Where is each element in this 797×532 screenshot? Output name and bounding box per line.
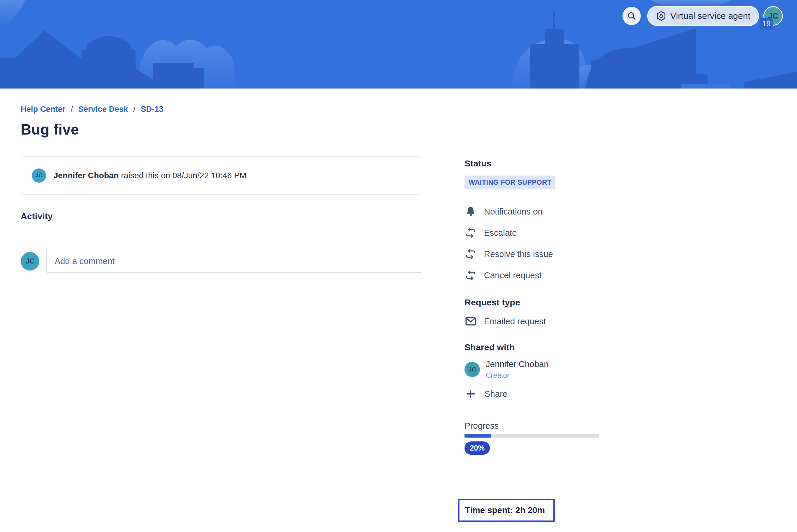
actions-list: Notifications on Escalate (465, 204, 614, 283)
cancel-request-action[interactable]: Cancel request (465, 268, 614, 283)
swap-arrows-icon (465, 270, 477, 281)
escalate-action[interactable]: Escalate (465, 225, 614, 240)
notifications-toggle[interactable]: Notifications on (465, 204, 614, 219)
resolve-issue-label: Resolve this issue (484, 249, 553, 259)
comment-row: JC Add a comment (21, 250, 422, 273)
swap-arrows-icon (465, 227, 477, 239)
requester-card: JC Jennifer Choban raised this on 08/Jun… (21, 156, 422, 195)
cancel-request-label: Cancel request (484, 270, 542, 280)
progress-percent-badge: 20% (465, 441, 490, 455)
shared-person-name: Jennifer Choban (486, 359, 549, 369)
breadcrumb-separator: / (133, 105, 135, 114)
breadcrumb-issue-key[interactable]: SD-13 (141, 105, 164, 114)
virtual-service-agent-button[interactable]: Virtual service agent (647, 6, 759, 26)
virtual-agent-label: Virtual service agent (670, 11, 750, 21)
shared-person-avatar-initials: JC (468, 366, 476, 373)
share-label: Share (485, 389, 507, 399)
banner: Virtual service agent JC 19 (0, 0, 797, 89)
request-type-row: Emailed request (465, 315, 614, 327)
time-spent-text: Time spent: 2h 20m (465, 506, 545, 515)
status-heading: Status (465, 158, 614, 169)
commenter-avatar: JC (21, 252, 39, 270)
swap-arrows-icon (465, 248, 477, 260)
envelope-icon (465, 315, 477, 327)
breadcrumb: Help Center / Service Desk / SD-13 (21, 105, 797, 114)
requester-text: Jennifer Choban raised this on 08/Jun/22… (53, 171, 247, 180)
header-controls: Virtual service agent JC 19 (622, 6, 783, 26)
search-button[interactable] (622, 7, 641, 25)
request-type-heading: Request type (465, 298, 614, 307)
progress-label: Progress (465, 421, 614, 430)
activity-heading: Activity (21, 211, 797, 221)
breadcrumb-help-center[interactable]: Help Center (21, 105, 66, 114)
help-center-request-page: Virtual service agent JC 19 Help Center … (0, 0, 797, 532)
breadcrumb-separator: / (71, 105, 73, 114)
shared-person-info: Jennifer Choban Creator (486, 359, 549, 379)
shared-with-heading: Shared with (465, 342, 614, 352)
request-type-value: Emailed request (484, 317, 546, 326)
notifications-label: Notifications on (484, 207, 542, 216)
raised-on-text: raised this on 08/Jun/22 10:46 PM (121, 171, 247, 180)
shared-person-role: Creator (486, 371, 549, 379)
page-title: Bug five (21, 121, 797, 138)
notification-count-badge: 19 (760, 18, 773, 30)
search-icon (627, 11, 636, 21)
request-type-section: Request type Emailed request (465, 298, 614, 327)
share-button[interactable]: Share (465, 388, 614, 400)
user-avatar[interactable]: JC 19 (763, 6, 783, 26)
progress-bar-track (465, 434, 599, 438)
requester-avatar: JC (32, 169, 46, 183)
requester-avatar-initials: JC (35, 172, 42, 179)
status-badge: WAITING FOR SUPPORT (465, 175, 556, 189)
escalate-label: Escalate (484, 228, 517, 238)
add-comment-input[interactable]: Add a comment (47, 250, 422, 273)
plus-icon (465, 388, 477, 400)
time-spent-field: Time spent: 2h 20m (458, 499, 555, 522)
shared-person-avatar: JC (465, 362, 480, 377)
commenter-avatar-initials: JC (25, 257, 35, 265)
issue-sidebar: Status WAITING FOR SUPPORT Notifications… (465, 158, 614, 455)
requester-name: Jennifer Choban (53, 171, 119, 180)
main-content: Help Center / Service Desk / SD-13 Bug f… (0, 105, 797, 273)
breadcrumb-service-desk[interactable]: Service Desk (78, 105, 128, 114)
progress-fill (465, 434, 491, 438)
resolve-issue-action[interactable]: Resolve this issue (465, 247, 614, 262)
progress-section: Progress 20% (465, 421, 614, 455)
shared-person-row: JC Jennifer Choban Creator (465, 359, 614, 379)
shared-with-section: Shared with JC Jennifer Choban Creator S… (465, 342, 614, 400)
bell-icon (465, 206, 477, 217)
virtual-agent-icon (656, 11, 667, 21)
